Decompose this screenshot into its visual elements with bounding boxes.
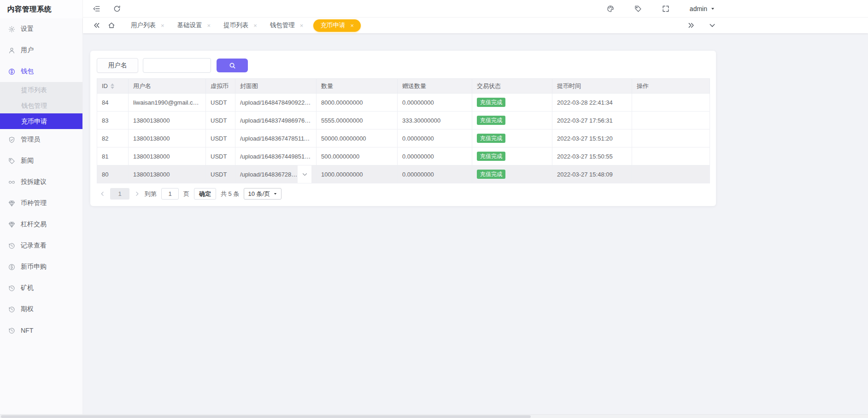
column-header-amount: 数量 xyxy=(317,79,398,94)
column-header-username: 用户名 xyxy=(129,79,206,94)
cell-cover: /upload/1648367478511150.... xyxy=(235,130,317,147)
status-badge: 充值完成 xyxy=(477,98,505,107)
horizontal-scrollbar[interactable] xyxy=(0,414,868,418)
tab-充币申请[interactable]: 充币申请× xyxy=(313,19,361,32)
table-row[interactable]: 8113800138000USDT/upload/164836744985188… xyxy=(97,147,710,165)
cell-status: 充值完成 xyxy=(472,147,552,165)
tab-钱包管理[interactable]: 钱包管理× xyxy=(264,18,309,33)
cell-coin: USDT xyxy=(206,130,235,147)
cell-action xyxy=(632,130,710,147)
cell-amount: 1000.00000000 xyxy=(317,165,398,183)
search-button[interactable] xyxy=(217,59,248,72)
sidebar: 内容管理系统 设置用户钱包提币列表钱包管理充币申请管理员新闻投拆建议币种管理杠杆… xyxy=(0,0,83,418)
user-menu[interactable]: admin xyxy=(690,5,715,12)
sidebar-item-label: 钱包 xyxy=(21,67,34,76)
sidebar-item-杠杆交易[interactable]: 杠杆交易 xyxy=(0,214,82,235)
column-header-cover: 封面图 xyxy=(235,79,317,94)
tag-icon[interactable] xyxy=(634,5,642,12)
tabs-menu-chevron-down-icon[interactable] xyxy=(709,22,716,29)
cover-path: /upload/1648374986976353... xyxy=(240,117,311,124)
close-tab-icon[interactable]: × xyxy=(207,23,211,29)
tab-基础设置[interactable]: 基础设置× xyxy=(172,18,217,33)
topbar: admin xyxy=(83,0,868,18)
page-size-value: 10 条/页 xyxy=(248,190,270,198)
gem-icon xyxy=(8,221,15,228)
cell-amount: 500.00000000 xyxy=(317,147,398,165)
user-icon xyxy=(8,47,15,54)
filter-row: 用户名 xyxy=(97,58,710,73)
palette-icon[interactable] xyxy=(607,5,614,12)
table-row[interactable]: 8213800138000USDT/upload/164836747851115… xyxy=(97,130,710,147)
gem-icon xyxy=(8,200,15,207)
sidebar-item-新闻[interactable]: 新闻 xyxy=(0,150,82,171)
refresh-icon[interactable] xyxy=(113,5,121,12)
close-tab-icon[interactable]: × xyxy=(350,23,354,29)
status-badge: 充值完成 xyxy=(477,152,505,161)
sidebar-item-label: 杠杆交易 xyxy=(21,220,47,229)
fullscreen-icon[interactable] xyxy=(662,5,669,12)
close-tab-icon[interactable]: × xyxy=(161,23,164,29)
search-icon xyxy=(229,62,236,69)
search-input[interactable] xyxy=(143,58,211,73)
submenu-item-提币列表[interactable]: 提币列表 xyxy=(0,82,82,98)
sidebar-item-label: NFT xyxy=(21,327,33,334)
tabs-container: 用户列表×基础设置×提币列表×钱包管理×充币申请× xyxy=(125,18,364,33)
sidebar-item-label: 管理员 xyxy=(21,135,40,144)
cell-bonus: 0.00000000 xyxy=(398,147,472,165)
sidebar-item-投拆建议[interactable]: 投拆建议 xyxy=(0,171,82,193)
content-area: 用户名 ID用户名虚拟币封面图数量赠送数量交易状态提币时间操作 84liwais… xyxy=(83,33,868,418)
sidebar-item-label: 设置 xyxy=(21,25,34,33)
table-header-row: ID用户名虚拟币封面图数量赠送数量交易状态提币时间操作 xyxy=(97,79,710,94)
home-icon[interactable] xyxy=(108,22,115,29)
cell-action xyxy=(632,112,710,130)
sort-carets-icon[interactable] xyxy=(111,83,114,89)
tab-提币列表[interactable]: 提币列表× xyxy=(218,18,263,33)
cell-time: 2022-03-27 17:56:31 xyxy=(552,112,632,130)
sidebar-item-币种管理[interactable]: 币种管理 xyxy=(0,193,82,214)
table-row[interactable]: 84liwaisan1990@gmail.comUSDT/upload/1648… xyxy=(97,94,710,112)
close-tab-icon[interactable]: × xyxy=(253,23,257,29)
goto-page-input[interactable] xyxy=(161,188,179,200)
cell-amount: 50000.00000000 xyxy=(317,130,398,147)
cell-id: 80 xyxy=(97,165,129,183)
sidebar-item-新币申购[interactable]: 新币申购 xyxy=(0,256,82,277)
table-row[interactable]: 8013800138000USDT/upload/164836728592212… xyxy=(97,165,710,183)
submenu-item-充币申请[interactable]: 充币申请 xyxy=(0,113,82,129)
column-header-id[interactable]: ID xyxy=(97,79,129,94)
prev-page-icon[interactable] xyxy=(100,191,106,197)
submenu-item-钱包管理[interactable]: 钱包管理 xyxy=(0,98,82,113)
cell-amount: 5555.00000000 xyxy=(317,112,398,130)
current-page-button[interactable]: 1 xyxy=(110,188,129,200)
sidebar-item-设置[interactable]: 设置 xyxy=(0,18,82,40)
sidebar-item-NFT[interactable]: NFT xyxy=(0,320,82,341)
sidebar-item-记录查看[interactable]: 记录查看 xyxy=(0,235,82,256)
cell-username: liwaisan1990@gmail.com xyxy=(129,94,206,112)
collapse-sidebar-icon[interactable] xyxy=(93,5,100,12)
sidebar-item-矿机[interactable]: 矿机 xyxy=(0,277,82,299)
page-size-select[interactable]: 10 条/页 xyxy=(244,188,282,200)
status-badge: 充值完成 xyxy=(477,170,505,179)
cell-bonus: 0.00000000 xyxy=(398,94,472,112)
sidebar-item-期权[interactable]: 期权 xyxy=(0,299,82,320)
sidebar-item-钱包[interactable]: 钱包 xyxy=(0,61,82,82)
next-page-icon[interactable] xyxy=(134,191,140,197)
tabs-scroll-left-icon[interactable] xyxy=(93,22,100,29)
filter-field-button[interactable]: 用户名 xyxy=(97,58,138,73)
sidebar-item-用户[interactable]: 用户 xyxy=(0,40,82,61)
scrollbar-thumb[interactable] xyxy=(1,415,531,418)
table-row[interactable]: 8313800138000USDT/upload/164837498697635… xyxy=(97,112,710,130)
column-header-action: 操作 xyxy=(632,79,710,94)
goto-suffix-label: 页 xyxy=(183,190,189,198)
expand-cover-chevron-down-icon[interactable] xyxy=(298,165,311,183)
cover-path: /upload/1648367449851889... xyxy=(240,153,311,160)
sidebar-item-label: 新闻 xyxy=(21,157,34,165)
cell-cover: /upload/1648367285922126. xyxy=(235,165,317,183)
tab-用户列表[interactable]: 用户列表× xyxy=(125,18,170,33)
close-tab-icon[interactable]: × xyxy=(300,23,304,29)
sidebar-item-管理员[interactable]: 管理员 xyxy=(0,129,82,150)
cell-action xyxy=(632,94,710,112)
confirm-page-button[interactable]: 确定 xyxy=(194,188,216,200)
cell-id: 81 xyxy=(97,147,129,165)
cell-cover: /upload/1648478490922873... xyxy=(235,94,317,112)
tabs-scroll-right-icon[interactable] xyxy=(687,22,695,29)
